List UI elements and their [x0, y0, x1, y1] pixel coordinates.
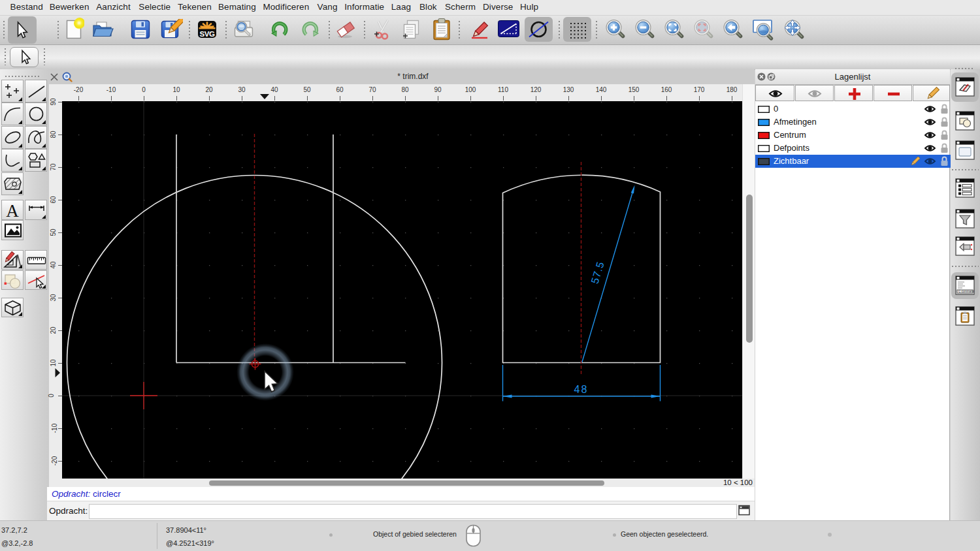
- svg-text:SVG: SVG: [200, 30, 215, 38]
- svg-text:C command: C command: [958, 290, 975, 293]
- svg-text:57.5: 57.5: [589, 260, 606, 285]
- svg-text:48: 48: [574, 384, 589, 395]
- svg-text:A: A: [6, 201, 19, 221]
